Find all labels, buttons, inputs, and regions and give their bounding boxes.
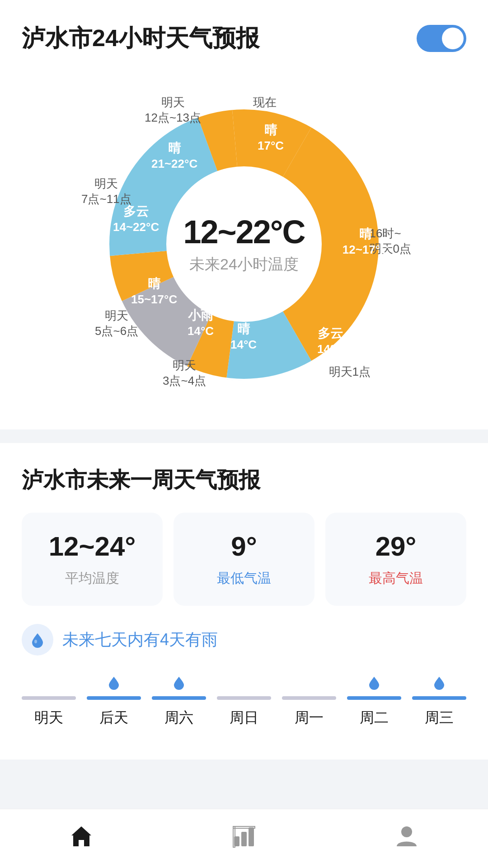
day-item-day2: 后天 bbox=[87, 674, 141, 728]
day-name-tomorrow: 明天 bbox=[34, 708, 63, 728]
stat-low: 9° 最低气温 bbox=[174, 513, 314, 606]
stat-avg-value: 12~24° bbox=[49, 531, 136, 562]
rain-icon-tue bbox=[367, 674, 381, 692]
donut-temp: 12~22°C bbox=[183, 213, 305, 250]
rain-icon-sat bbox=[172, 674, 186, 692]
day-bar-tomorrow bbox=[22, 696, 76, 700]
donut-label: 未来24小时温度 bbox=[183, 254, 305, 275]
weekly-section: 泸水市未来一周天气预报 12~24° 平均温度 9° 最低气温 29° 最高气温 bbox=[0, 443, 488, 760]
bottom-nav bbox=[0, 809, 488, 868]
svg-rect-2 bbox=[241, 832, 247, 846]
separator-1 bbox=[0, 429, 488, 443]
stat-high-desc: 最高气温 bbox=[369, 569, 423, 588]
day-name-tue: 周二 bbox=[360, 708, 389, 728]
nav-chart[interactable] bbox=[230, 823, 258, 850]
nav-user[interactable] bbox=[393, 823, 420, 850]
nav-home[interactable] bbox=[68, 823, 95, 850]
day-name-sun: 周日 bbox=[230, 708, 258, 728]
rain-notice: 未来七天内有4天有雨 bbox=[22, 624, 466, 656]
rain-icon-wed bbox=[432, 674, 446, 692]
donut-center: 12~22°C 未来24小时温度 bbox=[183, 213, 305, 275]
day-name-mon: 周一 bbox=[295, 708, 324, 728]
rain-drop-icon bbox=[29, 632, 46, 648]
day-name-wed: 周三 bbox=[425, 708, 454, 728]
stat-high-value: 29° bbox=[375, 531, 417, 562]
rain-notice-text: 未来七天内有4天有雨 bbox=[62, 629, 218, 651]
user-icon bbox=[393, 823, 420, 850]
svg-point-6 bbox=[401, 826, 412, 837]
day-item-sat: 周六 bbox=[152, 674, 206, 728]
days-row: 💧 明天 后天 周六 💧 bbox=[22, 674, 466, 737]
page-title: 泸水市24小时天气预报 bbox=[22, 23, 259, 54]
stat-low-desc: 最低气温 bbox=[217, 569, 271, 588]
day-item-mon: 💧 周一 bbox=[282, 674, 336, 728]
weekly-title: 泸水市未来一周天气预报 bbox=[22, 466, 466, 495]
chart-icon bbox=[230, 823, 258, 850]
home-icon bbox=[68, 823, 95, 850]
day-bar-day2 bbox=[87, 696, 141, 700]
day-item-tomorrow: 💧 明天 bbox=[22, 674, 76, 728]
stat-high: 29° 最高气温 bbox=[325, 513, 466, 606]
svg-rect-3 bbox=[249, 827, 254, 846]
donut-section: 12~22°C 未来24小时温度 现在 晴 17°C 16时~ 明天0点 bbox=[0, 68, 488, 429]
day-bar-sat bbox=[152, 696, 206, 700]
day-item-tue: 周二 bbox=[347, 674, 401, 728]
day-name-sat: 周六 bbox=[164, 708, 193, 728]
header: 泸水市24小时天气预报 bbox=[0, 0, 488, 68]
day-bar-tue bbox=[347, 696, 401, 700]
day-name-day2: 后天 bbox=[99, 708, 128, 728]
donut-container: 12~22°C 未来24小时温度 现在 晴 17°C 16时~ 明天0点 bbox=[86, 86, 402, 402]
page: 泸水市24小时天气预报 bbox=[0, 0, 488, 868]
stats-row: 12~24° 平均温度 9° 最低气温 29° 最高气温 bbox=[22, 513, 466, 606]
stat-avg-desc: 平均温度 bbox=[65, 569, 119, 588]
day-bar-wed bbox=[412, 696, 466, 700]
day-item-wed: 周三 bbox=[412, 674, 466, 728]
svg-point-0 bbox=[34, 640, 37, 643]
day-bar-mon bbox=[282, 696, 336, 700]
rain-icon-circle bbox=[22, 624, 53, 656]
day-bar-sun bbox=[217, 696, 271, 700]
toggle-switch[interactable] bbox=[417, 25, 466, 52]
stat-avg: 12~24° 平均温度 bbox=[22, 513, 163, 606]
rain-icon-day2 bbox=[107, 674, 121, 692]
stat-low-value: 9° bbox=[231, 531, 257, 562]
day-item-sun: 💧 周日 bbox=[217, 674, 271, 728]
